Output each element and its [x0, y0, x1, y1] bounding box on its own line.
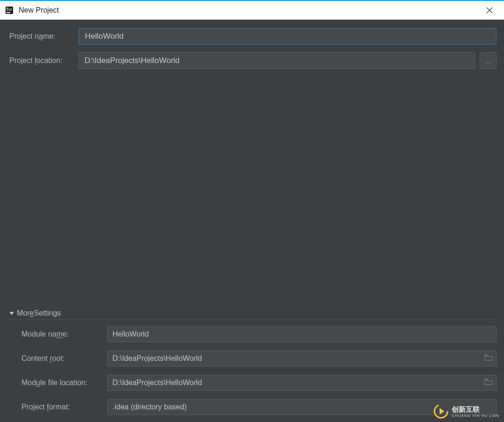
form-area: Project name: Project location: ... — [0, 20, 504, 69]
svg-rect-2 — [7, 9, 8, 11]
module-name-input[interactable] — [107, 326, 497, 342]
svg-marker-7 — [9, 312, 14, 315]
project-location-input[interactable] — [78, 52, 475, 69]
module-file-location-input[interactable] — [107, 375, 497, 391]
project-name-input[interactable] — [78, 28, 497, 45]
svg-text:IJ: IJ — [9, 8, 12, 11]
project-format-select[interactable] — [107, 399, 497, 415]
project-format-row: Project format: — [21, 399, 497, 415]
project-location-row: Project location: ... — [9, 52, 497, 69]
folder-icon[interactable] — [484, 354, 493, 363]
close-icon — [486, 7, 493, 14]
chevron-down-icon — [9, 311, 14, 316]
module-name-row: Module name: — [21, 326, 497, 342]
titlebar: IJ New Project — [0, 0, 504, 20]
project-name-label: Project name: — [9, 32, 78, 41]
window-title: New Project — [19, 6, 59, 14]
content-root-row: Content root: — [21, 351, 497, 366]
svg-rect-3 — [7, 12, 10, 13]
close-button[interactable] — [479, 1, 500, 20]
project-location-label: Project location: — [9, 56, 78, 65]
svg-rect-1 — [7, 7, 8, 9]
module-file-location-row: Module file location: — [21, 375, 497, 391]
more-settings-section: More Settings Module name: Content root:… — [0, 309, 504, 422]
folder-icon[interactable] — [484, 379, 493, 387]
module-name-label: Module name: — [21, 330, 107, 338]
module-file-location-label: Module file location: — [21, 379, 107, 387]
intellij-icon: IJ — [5, 6, 14, 15]
content-root-label: Content root: — [21, 354, 107, 363]
browse-location-button[interactable]: ... — [480, 52, 497, 69]
more-settings-toggle[interactable]: More Settings — [9, 309, 497, 320]
project-format-label: Project format: — [21, 403, 107, 411]
project-name-row: Project name: — [9, 28, 497, 45]
content-root-input[interactable] — [107, 351, 497, 366]
